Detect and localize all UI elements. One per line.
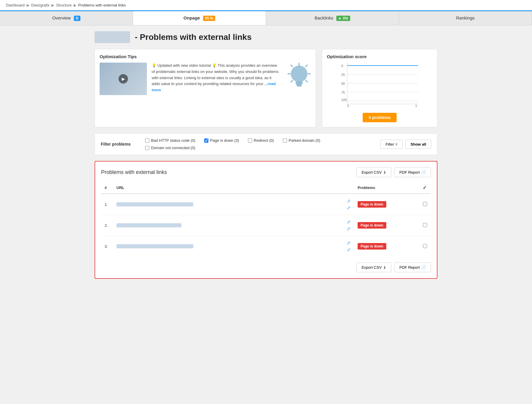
row-3-icons-group: ⬀ ⬀ <box>347 240 351 252</box>
row-1-checkbox[interactable] <box>423 202 427 206</box>
pdf-icon-bottom: 📄 <box>421 265 426 270</box>
svg-rect-3 <box>297 85 301 87</box>
opt-tips-content: ▶ 💡 Updated with new video tutorial 💡 Th… <box>100 63 311 96</box>
export-csv-top-label: Export CSV <box>361 170 382 175</box>
opt-tips-text: 💡 Updated with new video tutorial 💡 This… <box>152 63 280 93</box>
pdf-report-top-label: PDF Report <box>399 170 420 175</box>
col-check: ✓ <box>419 182 431 194</box>
row-1-link-icons: ⬀ ⬀ <box>193 198 351 211</box>
row-3-url-blurred <box>116 244 193 248</box>
row-3-checkbox-cell[interactable] <box>419 236 431 257</box>
row-3-link-icons: ⬀ ⬀ <box>193 240 351 252</box>
filter-parked[interactable]: Parked domain (0) <box>283 138 320 143</box>
filter-parked-checkbox[interactable] <box>283 139 287 143</box>
cards-row: Optimization Tips ▶ 💡 Updated with new v… <box>95 49 437 127</box>
tab-bar: Overview D Onpage 65 % Backlinks ► 0% Ra… <box>0 11 532 25</box>
svg-text:75: 75 <box>341 91 345 94</box>
score-chart: 0 25 50 75 100 0 1 <box>327 63 432 110</box>
svg-line-5 <box>306 65 307 67</box>
breadcrumb-current: Problems with external links <box>78 3 126 7</box>
filter-page-down-checkbox[interactable] <box>204 139 208 143</box>
row-2-checkbox-cell[interactable] <box>419 215 431 236</box>
row-1-url-cell: ⬀ ⬀ <box>113 194 354 215</box>
play-button[interactable]: ▶ <box>119 74 128 84</box>
filter-bad-http-checkbox[interactable] <box>145 139 149 143</box>
row-2-url-cell: ⬀ ⬀ <box>113 215 354 236</box>
filter-button[interactable]: Filter ▿ <box>380 140 403 149</box>
row-3-checkbox[interactable] <box>423 244 427 248</box>
pdf-report-top-button[interactable]: PDF Report 📄 <box>394 167 431 177</box>
data-card-title: Problems with external links <box>101 169 167 175</box>
row-3-external-link-icon-2[interactable]: ⬀ <box>347 247 351 252</box>
row-2-external-link-icon-2[interactable]: ⬀ <box>347 226 351 232</box>
data-card: Problems with external links Export CSV … <box>95 161 437 279</box>
row-1-checkbox-cell[interactable] <box>419 194 431 215</box>
tab-onpage[interactable]: Onpage 65 % <box>133 11 266 25</box>
table-row: 1. ⬀ ⬀ <box>101 194 431 215</box>
row-1-external-link-icon-2[interactable]: ⬀ <box>347 205 351 211</box>
tab-overview[interactable]: Overview D <box>0 11 133 25</box>
filter-not-connected[interactable]: Domain not connected (0) <box>145 146 195 150</box>
filter-card: Filter problems Bad HTTP status code (0)… <box>95 133 437 155</box>
filter-bad-http[interactable]: Bad HTTP status code (0) <box>145 138 195 143</box>
breadcrumb-dashboard[interactable]: Dashboard <box>6 3 25 7</box>
site-logo <box>95 31 130 43</box>
pdf-report-bottom-button[interactable]: PDF Report 📄 <box>394 263 431 272</box>
filter-page-down-label: Page is down (3) <box>210 138 239 143</box>
row-1-external-link-icon-1[interactable]: ⬀ <box>347 198 351 204</box>
bulb-icon <box>287 63 311 96</box>
svg-line-8 <box>291 65 293 67</box>
pdf-report-bottom-label: PDF Report <box>399 265 420 270</box>
filter-bad-http-label: Bad HTTP status code (0) <box>151 138 195 143</box>
tab-backlinks-badge: ► 0% <box>336 16 350 21</box>
col-num: # <box>101 182 113 194</box>
tab-backlinks-label: Backlinks <box>314 15 333 20</box>
filter-redirect[interactable]: Redirect (0) <box>248 138 274 143</box>
row-3-external-link-icon-1[interactable]: ⬀ <box>347 240 351 246</box>
optimization-tips-card: Optimization Tips ▶ 💡 Updated with new v… <box>95 49 316 127</box>
tab-rankings[interactable]: Rankings <box>399 11 532 25</box>
tab-backlinks[interactable]: Backlinks ► 0% <box>266 11 399 25</box>
data-card-actions: Export CSV ⇓ PDF Report 📄 <box>356 167 431 177</box>
row-2-checkbox[interactable] <box>423 223 427 227</box>
row-2-problems-cell: Page is down <box>354 215 419 236</box>
svg-text:25: 25 <box>341 73 345 76</box>
show-all-button[interactable]: Show all <box>406 140 431 149</box>
opt-tips-thumbnail[interactable]: ▶ <box>100 63 147 95</box>
pdf-icon: 📄 <box>421 170 426 175</box>
opt-score-title: Optimization score <box>327 54 432 59</box>
row-1-problems-cell: Page is down <box>354 194 419 215</box>
filter-not-connected-checkbox[interactable] <box>145 146 149 150</box>
page-title: - Problems with external links <box>135 32 252 42</box>
svg-text:50: 50 <box>341 82 345 85</box>
export-csv-top-button[interactable]: Export CSV ⇓ <box>356 167 391 177</box>
row-1-num: 1. <box>101 194 113 215</box>
breadcrumb-structure[interactable]: Structure <box>56 3 72 7</box>
row-1-icons-group: ⬀ ⬀ <box>347 198 351 211</box>
filter-redirect-checkbox[interactable] <box>248 139 252 143</box>
col-url: URL <box>113 182 354 194</box>
filter-page-down[interactable]: Page is down (3) <box>204 138 239 143</box>
svg-line-10 <box>291 80 293 82</box>
svg-rect-2 <box>296 84 302 85</box>
opt-tips-title: Optimization Tips <box>100 54 311 59</box>
row-2-problem-badge: Page is down <box>358 222 386 229</box>
row-1-url-blurred <box>116 202 193 206</box>
breadcrumb-deezgrafix[interactable]: Deezgrafix <box>31 3 50 7</box>
row-3-problem-badge: Page is down <box>358 243 386 250</box>
svg-line-7 <box>306 80 307 82</box>
row-3-num: 3. <box>101 236 113 257</box>
table-row: 3. ⬀ ⬀ <box>101 236 431 257</box>
data-card-footer: Export CSV ⇓ PDF Report 📄 <box>101 263 431 272</box>
problems-table: # URL Problems ✓ 1. ⬀ <box>101 182 431 257</box>
filter-not-connected-label: Domain not connected (0) <box>151 146 195 150</box>
filter-label: Filter problems <box>101 142 136 146</box>
optimization-score-card: Optimization score 0 25 50 75 100 0 1 <box>322 49 437 127</box>
svg-text:1: 1 <box>415 104 417 107</box>
row-2-external-link-icon-1[interactable]: ⬀ <box>347 219 351 225</box>
col-problems: Problems <box>354 182 419 194</box>
table-row: 2. ⬀ ⬀ <box>101 215 431 236</box>
problems-button[interactable]: 3 problems <box>363 113 397 122</box>
main-content: - Problems with external links Optimizat… <box>89 25 443 291</box>
export-csv-bottom-button[interactable]: Export CSV ⇓ <box>356 263 391 272</box>
